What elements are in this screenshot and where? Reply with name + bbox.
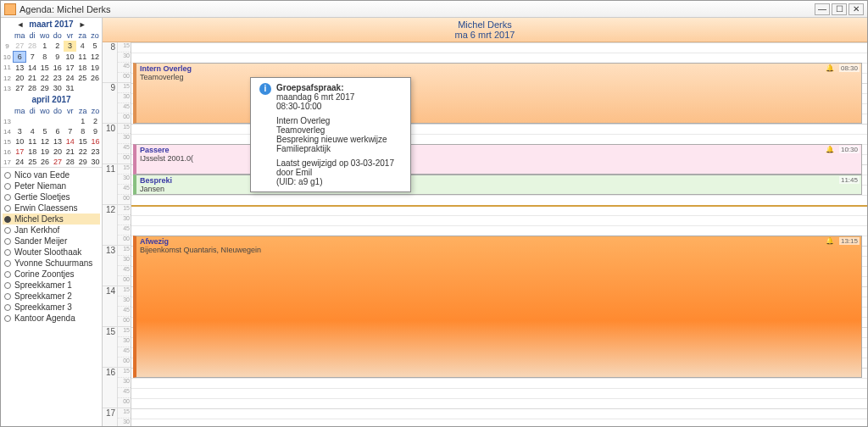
- cal-day[interactable]: 27: [14, 41, 26, 52]
- user-item[interactable]: Sander Meijer: [3, 236, 100, 247]
- cal-day[interactable]: 10: [64, 52, 76, 63]
- user-item[interactable]: Spreekkamer 2: [3, 291, 100, 302]
- cal-day[interactable]: 31: [64, 83, 76, 93]
- cal-day[interactable]: [39, 116, 52, 126]
- cal-day[interactable]: 17: [64, 63, 76, 74]
- cal-day[interactable]: 15: [38, 63, 51, 74]
- user-item[interactable]: Gertie Sloetjes: [3, 191, 100, 202]
- user-item[interactable]: Michel Derks: [3, 214, 100, 225]
- cal-day[interactable]: 10: [14, 136, 26, 147]
- cal-day[interactable]: 25: [26, 157, 39, 167]
- maximize-button[interactable]: ☐: [832, 3, 847, 15]
- cal-day[interactable]: 21: [64, 147, 76, 157]
- close-button[interactable]: ✕: [849, 3, 864, 15]
- user-item[interactable]: Spreekkamer 3: [3, 302, 100, 313]
- cal-day[interactable]: [26, 116, 39, 126]
- cal-day[interactable]: 18: [76, 63, 89, 74]
- cal-day[interactable]: 9: [89, 126, 102, 136]
- appointment[interactable]: PassereIJsselst 2001.0(10:30🔔: [133, 144, 862, 175]
- cal-day[interactable]: 15: [76, 136, 89, 147]
- cal-day[interactable]: [64, 116, 76, 126]
- cal-day[interactable]: 22: [38, 73, 51, 83]
- user-item[interactable]: Spreekkamer 1: [3, 280, 100, 291]
- cal-day[interactable]: 20: [52, 147, 64, 157]
- events-area[interactable]: Intern OverlegTeamoverleg08:30🔔PassereIJ…: [131, 42, 867, 426]
- cal-day[interactable]: [76, 83, 89, 93]
- cal-day[interactable]: 27: [14, 83, 26, 93]
- cal-day[interactable]: 1: [76, 116, 89, 126]
- user-item[interactable]: Nico van Eede: [3, 169, 100, 180]
- cal-day[interactable]: 17: [14, 147, 26, 157]
- cal-day[interactable]: [14, 116, 26, 126]
- hour-label: 8: [103, 42, 118, 82]
- cal-day[interactable]: 24: [14, 157, 26, 167]
- cal-day[interactable]: 22: [76, 147, 89, 157]
- cal-day[interactable]: 14: [26, 63, 39, 74]
- cal-day[interactable]: 28: [26, 41, 39, 52]
- cal-day[interactable]: 16: [89, 136, 102, 147]
- cal-day[interactable]: 12: [89, 52, 102, 63]
- cal-day[interactable]: 8: [76, 126, 89, 136]
- cal-day[interactable]: 9: [51, 52, 64, 63]
- cal-day[interactable]: 13: [52, 136, 64, 147]
- cal-day[interactable]: 19: [39, 147, 52, 157]
- cal-day[interactable]: 4: [76, 41, 89, 52]
- sidebar: ◄maart 2017►madiwodovrzazo92728123451067…: [1, 18, 103, 426]
- cal-day[interactable]: 11: [76, 52, 89, 63]
- cal-day[interactable]: 30: [51, 83, 64, 93]
- cal-day[interactable]: 19: [89, 63, 102, 74]
- user-item[interactable]: Wouter Sloothaak: [3, 247, 100, 258]
- cal-day[interactable]: 12: [39, 136, 52, 147]
- cal-day[interactable]: 14: [64, 136, 76, 147]
- minimize-button[interactable]: —: [815, 3, 830, 15]
- cal-day[interactable]: 4: [26, 126, 39, 136]
- cal-day[interactable]: 21: [26, 73, 39, 83]
- cal-day[interactable]: 29: [76, 157, 89, 167]
- cal-day[interactable]: 18: [26, 147, 39, 157]
- cal-day[interactable]: 7: [26, 52, 39, 63]
- cal-day[interactable]: 24: [64, 73, 76, 83]
- user-item[interactable]: Kantoor Agenda: [3, 313, 100, 324]
- cal-prev[interactable]: ◄: [16, 20, 24, 29]
- user-item[interactable]: Erwin Claessens: [3, 202, 100, 214]
- cal-day[interactable]: 25: [76, 73, 89, 83]
- cal-day[interactable]: 6: [14, 52, 26, 63]
- user-item[interactable]: Peter Nieman: [3, 180, 100, 191]
- cal-day[interactable]: 26: [39, 157, 52, 167]
- appointment[interactable]: Intern OverlegTeamoverleg08:30🔔: [133, 63, 862, 124]
- cal-day[interactable]: 3: [64, 41, 76, 52]
- cal-day[interactable]: 30: [89, 157, 102, 167]
- user-name: Sander Meijer: [14, 236, 67, 246]
- cal-day[interactable]: 1: [38, 41, 51, 52]
- cal-day[interactable]: 28: [26, 83, 39, 93]
- tooltip-line: Teamoverleg: [276, 125, 402, 135]
- cal-day[interactable]: 3: [14, 126, 26, 136]
- cal-next[interactable]: ►: [79, 20, 86, 29]
- cal-day[interactable]: 13: [14, 63, 26, 74]
- user-item[interactable]: Jan Kerkhof: [3, 225, 100, 236]
- mini-calendar[interactable]: madiwodovrzazo92728123451067891011121113…: [1, 30, 102, 93]
- user-item[interactable]: Yvonne Schuurmans: [3, 258, 100, 269]
- cal-day[interactable]: 11: [26, 136, 39, 147]
- cal-day[interactable]: 5: [89, 41, 102, 52]
- cal-day[interactable]: 7: [64, 126, 76, 136]
- user-item[interactable]: Corine Zoontjes: [3, 269, 100, 280]
- cal-day[interactable]: 20: [14, 73, 26, 83]
- cal-day[interactable]: 23: [51, 73, 64, 83]
- cal-day[interactable]: 6: [52, 126, 64, 136]
- cal-day[interactable]: 16: [51, 63, 64, 74]
- cal-day[interactable]: 8: [38, 52, 51, 63]
- appointment[interactable]: AfwezigBijeenkomst Quantaris, NIeuwegein…: [133, 236, 862, 378]
- appointment[interactable]: BesprekiJansen11:45: [133, 175, 862, 195]
- cal-day[interactable]: 23: [89, 147, 102, 157]
- cal-day[interactable]: 29: [38, 83, 51, 93]
- cal-day[interactable]: 26: [89, 73, 102, 83]
- cal-day[interactable]: 28: [64, 157, 76, 167]
- cal-day[interactable]: 27: [52, 157, 64, 167]
- mini-calendar[interactable]: madiwodovrzazo13121434567891510111213141…: [1, 106, 102, 167]
- cal-day[interactable]: [89, 83, 102, 93]
- cal-day[interactable]: [52, 116, 64, 126]
- cal-day[interactable]: 2: [51, 41, 64, 52]
- cal-day[interactable]: 5: [39, 126, 52, 136]
- cal-day[interactable]: 2: [89, 116, 102, 126]
